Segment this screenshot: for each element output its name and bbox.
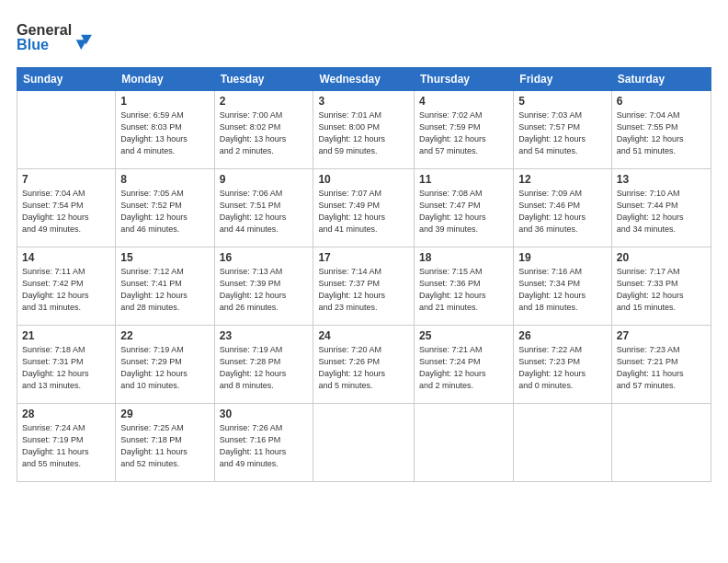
calendar-cell: 12Sunrise: 7:09 AM Sunset: 7:46 PM Dayli… [514, 169, 612, 247]
svg-text:Blue: Blue [17, 36, 49, 52]
day-info: Sunrise: 7:24 AM Sunset: 7:19 PM Dayligh… [22, 422, 110, 470]
weekday-header-sunday: Sunday [17, 68, 116, 91]
calendar-cell: 30Sunrise: 7:26 AM Sunset: 7:16 PM Dayli… [214, 404, 313, 482]
calendar-cell: 28Sunrise: 7:24 AM Sunset: 7:19 PM Dayli… [17, 404, 116, 482]
day-number: 2 [220, 95, 309, 108]
day-number: 10 [318, 173, 409, 186]
day-number: 27 [617, 329, 706, 342]
calendar-cell: 15Sunrise: 7:12 AM Sunset: 7:41 PM Dayli… [116, 247, 214, 326]
calendar-cell [415, 404, 514, 482]
day-number: 26 [518, 329, 607, 342]
calendar-cell [514, 404, 612, 482]
calendar-cell: 11Sunrise: 7:08 AM Sunset: 7:47 PM Dayli… [415, 169, 514, 247]
week-row-2: 7Sunrise: 7:04 AM Sunset: 7:54 PM Daylig… [17, 169, 711, 247]
calendar-cell: 29Sunrise: 7:25 AM Sunset: 7:18 PM Dayli… [116, 404, 214, 482]
weekday-header-friday: Friday [514, 68, 612, 91]
day-number: 17 [318, 251, 409, 264]
day-number: 7 [22, 173, 110, 186]
day-info: Sunrise: 7:17 AM Sunset: 7:33 PM Dayligh… [617, 266, 706, 314]
calendar-cell: 5Sunrise: 7:03 AM Sunset: 7:57 PM Daylig… [514, 91, 612, 169]
calendar-cell [611, 404, 711, 482]
day-number: 13 [617, 173, 706, 186]
day-number: 19 [518, 251, 607, 264]
header: General Blue [17, 17, 711, 58]
calendar-cell: 19Sunrise: 7:16 AM Sunset: 7:34 PM Dayli… [514, 247, 612, 326]
day-info: Sunrise: 7:02 AM Sunset: 7:59 PM Dayligh… [419, 109, 508, 157]
day-info: Sunrise: 7:14 AM Sunset: 7:37 PM Dayligh… [318, 266, 409, 314]
day-number: 6 [617, 95, 706, 108]
day-number: 22 [120, 329, 209, 342]
day-number: 18 [419, 251, 508, 264]
weekday-header-monday: Monday [116, 68, 214, 91]
calendar-table: SundayMondayTuesdayWednesdayThursdayFrid… [17, 67, 711, 482]
day-info: Sunrise: 7:20 AM Sunset: 7:26 PM Dayligh… [318, 344, 409, 392]
calendar-cell: 21Sunrise: 7:18 AM Sunset: 7:31 PM Dayli… [17, 326, 116, 404]
day-number: 15 [120, 251, 209, 264]
day-number: 16 [220, 251, 309, 264]
day-number: 3 [318, 95, 409, 108]
calendar-cell: 3Sunrise: 7:01 AM Sunset: 8:00 PM Daylig… [313, 91, 415, 169]
calendar-cell: 1Sunrise: 6:59 AM Sunset: 8:03 PM Daylig… [116, 91, 214, 169]
day-info: Sunrise: 7:05 AM Sunset: 7:52 PM Dayligh… [120, 188, 209, 236]
calendar-cell: 14Sunrise: 7:11 AM Sunset: 7:42 PM Dayli… [17, 247, 116, 326]
calendar-cell: 23Sunrise: 7:19 AM Sunset: 7:28 PM Dayli… [214, 326, 313, 404]
calendar-cell: 22Sunrise: 7:19 AM Sunset: 7:29 PM Dayli… [116, 326, 214, 404]
day-info: Sunrise: 7:00 AM Sunset: 8:02 PM Dayligh… [220, 109, 309, 157]
calendar-cell: 10Sunrise: 7:07 AM Sunset: 7:49 PM Dayli… [313, 169, 415, 247]
day-number: 8 [120, 173, 209, 186]
day-number: 4 [419, 95, 508, 108]
day-info: Sunrise: 7:13 AM Sunset: 7:39 PM Dayligh… [220, 266, 309, 314]
day-info: Sunrise: 7:01 AM Sunset: 8:00 PM Dayligh… [318, 109, 409, 157]
day-info: Sunrise: 7:09 AM Sunset: 7:46 PM Dayligh… [518, 188, 607, 236]
calendar-cell: 27Sunrise: 7:23 AM Sunset: 7:21 PM Dayli… [611, 326, 711, 404]
week-row-1: 1Sunrise: 6:59 AM Sunset: 8:03 PM Daylig… [17, 91, 711, 169]
day-info: Sunrise: 7:04 AM Sunset: 7:54 PM Dayligh… [22, 188, 110, 236]
weekday-header-wednesday: Wednesday [313, 68, 415, 91]
day-info: Sunrise: 7:10 AM Sunset: 7:44 PM Dayligh… [617, 188, 706, 236]
calendar-cell: 16Sunrise: 7:13 AM Sunset: 7:39 PM Dayli… [214, 247, 313, 326]
day-info: Sunrise: 7:21 AM Sunset: 7:24 PM Dayligh… [419, 344, 508, 392]
day-info: Sunrise: 7:07 AM Sunset: 7:49 PM Dayligh… [318, 188, 409, 236]
calendar-cell: 9Sunrise: 7:06 AM Sunset: 7:51 PM Daylig… [214, 169, 313, 247]
day-number: 12 [518, 173, 607, 186]
day-number: 11 [419, 173, 508, 186]
day-number: 30 [220, 408, 309, 420]
week-row-4: 21Sunrise: 7:18 AM Sunset: 7:31 PM Dayli… [17, 326, 711, 404]
day-info: Sunrise: 7:04 AM Sunset: 7:55 PM Dayligh… [617, 109, 706, 157]
day-info: Sunrise: 7:19 AM Sunset: 7:29 PM Dayligh… [120, 344, 209, 392]
day-info: Sunrise: 7:19 AM Sunset: 7:28 PM Dayligh… [220, 344, 309, 392]
calendar-cell: 18Sunrise: 7:15 AM Sunset: 7:36 PM Dayli… [415, 247, 514, 326]
week-row-3: 14Sunrise: 7:11 AM Sunset: 7:42 PM Dayli… [17, 247, 711, 326]
logo: General Blue [17, 17, 99, 58]
day-number: 23 [220, 329, 309, 342]
day-info: Sunrise: 7:16 AM Sunset: 7:34 PM Dayligh… [518, 266, 607, 314]
calendar-cell: 20Sunrise: 7:17 AM Sunset: 7:33 PM Dayli… [611, 247, 711, 326]
day-number: 20 [617, 251, 706, 264]
calendar-cell: 17Sunrise: 7:14 AM Sunset: 7:37 PM Dayli… [313, 247, 415, 326]
day-number: 1 [120, 95, 209, 108]
weekday-header-saturday: Saturday [611, 68, 711, 91]
calendar-cell: 13Sunrise: 7:10 AM Sunset: 7:44 PM Dayli… [611, 169, 711, 247]
weekday-header-row: SundayMondayTuesdayWednesdayThursdayFrid… [17, 68, 711, 91]
calendar-cell: 6Sunrise: 7:04 AM Sunset: 7:55 PM Daylig… [611, 91, 711, 169]
calendar-cell: 7Sunrise: 7:04 AM Sunset: 7:54 PM Daylig… [17, 169, 116, 247]
day-number: 24 [318, 329, 409, 342]
day-info: Sunrise: 7:08 AM Sunset: 7:47 PM Dayligh… [419, 188, 508, 236]
day-info: Sunrise: 7:23 AM Sunset: 7:21 PM Dayligh… [617, 344, 706, 392]
logo-image: General Blue [17, 17, 99, 58]
day-info: Sunrise: 7:26 AM Sunset: 7:16 PM Dayligh… [220, 422, 309, 470]
calendar-cell: 25Sunrise: 7:21 AM Sunset: 7:24 PM Dayli… [415, 326, 514, 404]
calendar-cell [17, 91, 116, 169]
calendar-cell [313, 404, 415, 482]
day-info: Sunrise: 7:03 AM Sunset: 7:57 PM Dayligh… [518, 109, 607, 157]
svg-text:General: General [17, 21, 72, 38]
day-info: Sunrise: 7:18 AM Sunset: 7:31 PM Dayligh… [22, 344, 110, 392]
calendar-cell: 2Sunrise: 7:00 AM Sunset: 8:02 PM Daylig… [214, 91, 313, 169]
day-info: Sunrise: 7:06 AM Sunset: 7:51 PM Dayligh… [220, 188, 309, 236]
day-number: 21 [22, 329, 110, 342]
weekday-header-tuesday: Tuesday [214, 68, 313, 91]
weekday-header-thursday: Thursday [415, 68, 514, 91]
day-number: 14 [22, 251, 110, 264]
day-number: 28 [22, 408, 110, 420]
day-info: Sunrise: 7:22 AM Sunset: 7:23 PM Dayligh… [518, 344, 607, 392]
